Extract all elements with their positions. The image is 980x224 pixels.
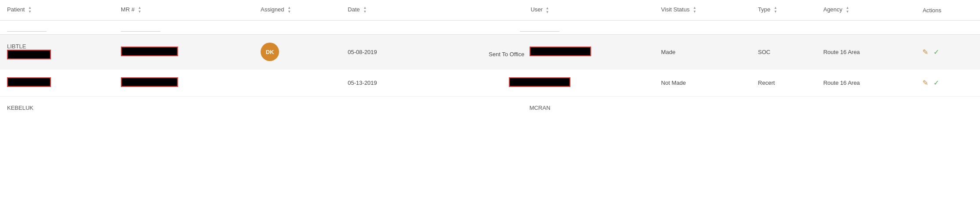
cell-assigned-3 — [254, 97, 341, 119]
cell-actions-3 — [915, 97, 980, 119]
type-value-1: SOC — [758, 49, 770, 55]
sub-filter-actions — [915, 21, 980, 35]
patient-partial-text-3: KEBELUK — [7, 105, 33, 111]
approve-button-2[interactable]: ✓ — [933, 79, 939, 87]
cell-actions-2: ✎ ✓ — [915, 69, 980, 97]
table-row: KEBELUK MCRAN — [0, 97, 980, 119]
visit-status-value-2: Not Made — [661, 79, 686, 86]
redacted-mr-1 — [121, 47, 178, 56]
cell-mr-2 — [114, 69, 254, 97]
patient-partial-text-1: LIBTLE — [7, 43, 26, 50]
sub-filter-patient[interactable] — [0, 21, 114, 35]
col-header-patient[interactable]: Patient ▲ ▼ — [0, 0, 114, 21]
table-row: LIBTLE DK 05-08-2019 Sent To Office M — [0, 35, 980, 69]
sub-filter-mr[interactable] — [114, 21, 254, 35]
redacted-mr-2 — [121, 77, 178, 87]
table-container: Patient ▲ ▼ MR # ▲ ▼ Assigned — [0, 0, 980, 119]
sort-down-type: ▼ — [774, 10, 777, 14]
sort-down-visit-status: ▼ — [693, 10, 697, 14]
sort-icons-date[interactable]: ▲ ▼ — [363, 6, 367, 14]
sort-down-date: ▼ — [363, 10, 367, 14]
col-label-agency: Agency — [823, 6, 842, 13]
cell-assigned-1: DK — [254, 35, 341, 69]
approve-button-1[interactable]: ✓ — [933, 48, 939, 56]
cell-user-2 — [426, 69, 654, 97]
sub-filter-row — [0, 21, 980, 35]
cell-patient-1: LIBTLE — [0, 35, 114, 69]
edit-button-1[interactable]: ✎ — [922, 48, 928, 56]
sort-icons-visit-status[interactable]: ▲ ▼ — [693, 6, 697, 14]
actions-container-2: ✎ ✓ — [922, 79, 973, 87]
col-header-visit-status[interactable]: Visit Status ▲ ▼ — [654, 0, 751, 21]
sub-filter-type — [751, 21, 817, 35]
edit-button-2[interactable]: ✎ — [922, 79, 928, 87]
cell-visit-status-1: Made — [654, 35, 751, 69]
sort-down-mr: ▼ — [138, 10, 142, 14]
mr-filter-input[interactable] — [121, 23, 160, 32]
user-status-1: Sent To Office — [489, 51, 524, 58]
sort-icons-agency[interactable]: ▲ ▼ — [846, 6, 849, 14]
sort-down-patient: ▼ — [28, 10, 32, 14]
col-label-actions: Actions — [922, 7, 941, 14]
actions-container-1: ✎ ✓ — [922, 48, 973, 56]
col-label-patient: Patient — [7, 6, 25, 13]
cell-date-1: 05-08-2019 — [341, 35, 425, 69]
col-label-user: User — [530, 6, 542, 13]
cell-patient-2 — [0, 69, 114, 97]
sort-icons-patient[interactable]: ▲ ▼ — [28, 6, 32, 14]
col-header-mr[interactable]: MR # ▲ ▼ — [114, 0, 254, 21]
redacted-patient-2 — [7, 77, 51, 87]
sub-filter-user[interactable] — [426, 21, 654, 35]
cell-agency-2: Route 16 Area — [816, 69, 915, 97]
table-header-row: Patient ▲ ▼ MR # ▲ ▼ Assigned — [0, 0, 980, 21]
sort-down-agency: ▼ — [846, 10, 849, 14]
cell-actions-1: ✎ ✓ — [915, 35, 980, 69]
sort-down-user: ▼ — [546, 10, 549, 14]
col-header-type[interactable]: Type ▲ ▼ — [751, 0, 817, 21]
type-value-2: Recert — [758, 79, 775, 86]
cell-visit-status-3 — [654, 97, 751, 119]
sub-filter-agency — [816, 21, 915, 35]
cell-visit-status-2: Not Made — [654, 69, 751, 97]
agency-value-1: Route 16 Area — [823, 49, 860, 55]
date-value-1: 05-08-2019 — [348, 49, 377, 55]
redacted-user-2 — [509, 77, 570, 87]
cell-agency-3 — [816, 97, 915, 119]
sort-icons-mr[interactable]: ▲ ▼ — [138, 6, 142, 14]
col-label-visit-status: Visit Status — [661, 6, 690, 13]
col-label-type: Type — [758, 6, 770, 13]
cell-date-3 — [341, 97, 425, 119]
col-header-agency[interactable]: Agency ▲ ▼ — [816, 0, 915, 21]
patient-filter-input[interactable] — [7, 23, 47, 32]
avatar-dk: DK — [261, 43, 279, 61]
cell-mr-1 — [114, 35, 254, 69]
col-label-date: Date — [348, 6, 359, 13]
user-partial-text-3: MCRAN — [530, 105, 551, 111]
sub-filter-assigned — [254, 21, 341, 35]
col-header-assigned[interactable]: Assigned ▲ ▼ — [254, 0, 341, 21]
sort-icon-user[interactable]: ▲ ▼ — [546, 6, 549, 14]
sub-filter-date — [341, 21, 425, 35]
redacted-user-1 — [530, 47, 591, 56]
sort-icons-assigned[interactable]: ▲ ▼ — [287, 6, 291, 14]
sort-up-user: ▲ — [546, 6, 549, 10]
cell-agency-1: Route 16 Area — [816, 35, 915, 69]
data-table: Patient ▲ ▼ MR # ▲ ▼ Assigned — [0, 0, 980, 119]
user-filter-input[interactable] — [520, 23, 559, 32]
table-row: 05-13-2019 Not Made Recert Route 16 Area… — [0, 69, 980, 97]
cell-type-2: Recert — [751, 69, 817, 97]
cell-mr-3 — [114, 97, 254, 119]
cell-type-3 — [751, 97, 817, 119]
date-value-2: 05-13-2019 — [348, 79, 377, 86]
cell-assigned-2 — [254, 69, 341, 97]
cell-user-3: MCRAN — [426, 97, 654, 119]
sort-icons-type[interactable]: ▲ ▼ — [774, 6, 777, 14]
col-header-user[interactable]: User ▲ ▼ — [426, 0, 654, 21]
col-header-date[interactable]: Date ▲ ▼ — [341, 0, 425, 21]
col-label-mr: MR # — [121, 6, 134, 13]
redacted-patient-1 — [7, 50, 51, 59]
col-label-assigned: Assigned — [261, 6, 284, 13]
visit-status-value-1: Made — [661, 49, 675, 55]
cell-date-2: 05-13-2019 — [341, 69, 425, 97]
sort-down-assigned: ▼ — [287, 10, 291, 14]
